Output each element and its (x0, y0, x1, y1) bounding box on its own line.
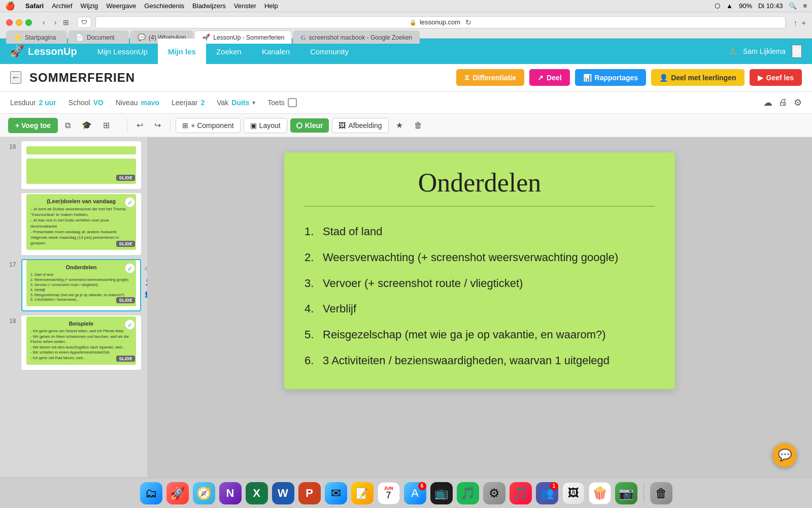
nav-kanalen[interactable]: Kanalen (252, 39, 300, 64)
deel-button[interactable]: ↗ Deel (529, 69, 570, 86)
slide-canvas[interactable]: Onderdelen 1. Stad of land 2. Weersverwa… (284, 152, 675, 389)
vak-value[interactable]: Duits (231, 99, 249, 107)
dock-systemprefs[interactable]: ⚙ (483, 482, 505, 504)
mail-icon: ✉ (331, 486, 341, 500)
component-button[interactable]: ⊞ + Component (176, 118, 240, 133)
component-icon: ⊞ (182, 121, 188, 130)
dock-notes[interactable]: 📝 (351, 482, 374, 504)
niveau-value[interactable]: mavo (141, 99, 159, 107)
kleur-button[interactable]: Kleur (290, 118, 329, 133)
dock-appstore[interactable]: A 6 (404, 482, 426, 504)
slide-thumb-17a[interactable]: (Leer)doelen van vandaag - Je kent de Du… (21, 193, 141, 255)
bluetooth-icon[interactable]: ⬡ (715, 2, 720, 10)
apple-menu[interactable]: 🍎 (5, 1, 15, 11)
tab-startpagina[interactable]: ⭐ Startpagina (6, 30, 67, 44)
menubar-archief[interactable]: Archief (52, 2, 72, 10)
dock-spotify[interactable]: 🎵 (457, 482, 479, 504)
dock-excel[interactable]: X (246, 482, 268, 504)
print-button[interactable]: 🖨 (779, 97, 788, 108)
menubar-help[interactable]: Help (264, 2, 278, 10)
dock-facetime[interactable]: 📷 (615, 482, 637, 504)
menubar-geschiedenis[interactable]: Geschiedenis (144, 2, 184, 10)
sidebar-toggle-button[interactable]: ⊞ (63, 18, 69, 26)
datetime-display: Di 10:43 (758, 2, 783, 10)
fullscreen-window-button[interactable] (25, 19, 32, 26)
dock-powerpoint[interactable]: P (298, 482, 321, 504)
menubar-bladwijzers[interactable]: Bladwijzers (192, 2, 226, 10)
differentiatie-button[interactable]: ⧖ Differentiatie (456, 69, 524, 86)
school-value[interactable]: VO (93, 99, 104, 107)
afbeelding-button[interactable]: 🖼 Afbeelding (332, 118, 388, 133)
present-icon-button[interactable]: 🎓 (78, 117, 96, 133)
menubar-venster[interactable]: Venster (234, 2, 256, 10)
menubar-wijzig[interactable]: Wijzig (81, 2, 98, 10)
menubar-weergave[interactable]: Weergave (106, 2, 136, 10)
vak-dropdown-icon[interactable]: ▾ (252, 99, 255, 106)
url-bar[interactable]: 🔒 lessonup.com ↻ (95, 16, 785, 28)
dock-appletv[interactable]: 📺 (430, 482, 453, 504)
dock-popcorn[interactable]: 🍿 (589, 482, 611, 504)
control-center-icon[interactable]: ≡ (803, 2, 807, 10)
menubar-safari[interactable]: Safari (25, 2, 44, 10)
slide-thumb-16[interactable]: SLIDE (21, 141, 141, 189)
dock-teams[interactable]: 👥 1 (536, 482, 558, 504)
chat-button[interactable]: 💬 (772, 443, 797, 467)
copy-icon: ⧉ (65, 121, 71, 130)
slide-badge-16: SLIDE (116, 175, 135, 181)
slide-thumb-17b[interactable]: Onderdelen 1. Stad of land 2. Weersverwa… (21, 259, 141, 311)
undo-button[interactable]: ↩ (132, 117, 147, 133)
list-item-6: 6. 3 Activiteiten / bezienswaardigheden,… (304, 348, 655, 374)
slide-person-icon[interactable]: 👤 (145, 277, 147, 285)
dock-trash[interactable]: 🗑 (650, 482, 672, 504)
dock-music[interactable]: 🎵 (510, 482, 532, 504)
rapportages-button[interactable]: 📊 Rapportages (575, 69, 647, 86)
header-settings-button[interactable]: ⚙ (792, 45, 802, 58)
reload-button[interactable]: ↻ (465, 18, 471, 26)
share-button[interactable]: ↑ (794, 18, 798, 27)
layout-button[interactable]: ▣ Layout (244, 118, 287, 133)
leerjaar-value[interactable]: 2 (200, 99, 205, 107)
dock-launchpad[interactable]: 🚀 (166, 482, 189, 504)
dock-word[interactable]: W (272, 482, 294, 504)
lesduur-value[interactable]: 2 uur (39, 99, 56, 107)
slide-eye-icon[interactable]: 👁 (145, 265, 147, 273)
close-window-button[interactable] (6, 19, 13, 26)
shield-button[interactable]: 🛡 (77, 17, 91, 28)
deel-leerlingen-button[interactable]: 👤 Deel met leerlingen (651, 69, 744, 86)
dock-safari[interactable]: 🧭 (193, 482, 215, 504)
geef-les-button[interactable]: ▶ Geef les (750, 69, 802, 86)
slide-check-17a: ✓ (125, 197, 135, 207)
slide-row-16: 16 SLIDE (6, 141, 141, 189)
meta-right-actions: ☁ 🖨 ⚙ (763, 97, 802, 108)
toets-checkbox[interactable] (288, 98, 297, 107)
differentiatie-label: Differentiatie (472, 74, 516, 82)
redo-button[interactable]: ↪ (150, 117, 165, 133)
copy-button[interactable]: ⧉ (61, 118, 75, 133)
dock-mail[interactable]: ✉ (325, 482, 347, 504)
dock-preview[interactable]: 🖼 (562, 482, 585, 504)
header-right: ⚠ Sam Lijklema ⚙ (729, 45, 802, 58)
nav-zoeken[interactable]: Zoeken (206, 39, 252, 64)
dock-onenote[interactable]: N (219, 482, 242, 504)
dock-calendar[interactable]: JUN 7 (378, 482, 400, 504)
spotlight-icon[interactable]: 🔍 (789, 2, 797, 10)
dock-finder[interactable]: 🗂 (140, 482, 162, 504)
slide-group-icon[interactable]: 👥 (145, 290, 147, 298)
nav-mijn-lessonup[interactable]: Mijn LessonUp (87, 39, 158, 64)
logo-area: 🚀 LessonUp (10, 45, 77, 58)
back-button[interactable]: ‹ (40, 17, 48, 27)
back-to-lessons-button[interactable]: ← (10, 71, 21, 84)
minimize-window-button[interactable] (16, 19, 22, 26)
lesson-settings-button[interactable]: ⚙ (794, 97, 802, 108)
nav-community[interactable]: Community (300, 39, 359, 64)
cloud-save-button[interactable]: ☁ (763, 97, 772, 108)
view-toggle-button[interactable]: ⊞ (99, 117, 114, 133)
nav-mijn-les[interactable]: Mijn les (158, 39, 206, 64)
wifi-icon[interactable]: ▲ (726, 2, 733, 10)
forward-button[interactable]: › (52, 17, 59, 27)
slide-thumb-18[interactable]: Beispiele - Ich gehe gerne am Strand rei… (21, 315, 141, 370)
delete-button[interactable]: 🗑 (410, 118, 426, 133)
favorite-button[interactable]: ★ (392, 117, 407, 133)
voeg-toe-button[interactable]: + Voeg toe (8, 118, 58, 133)
new-tab-button[interactable]: + (801, 18, 806, 27)
